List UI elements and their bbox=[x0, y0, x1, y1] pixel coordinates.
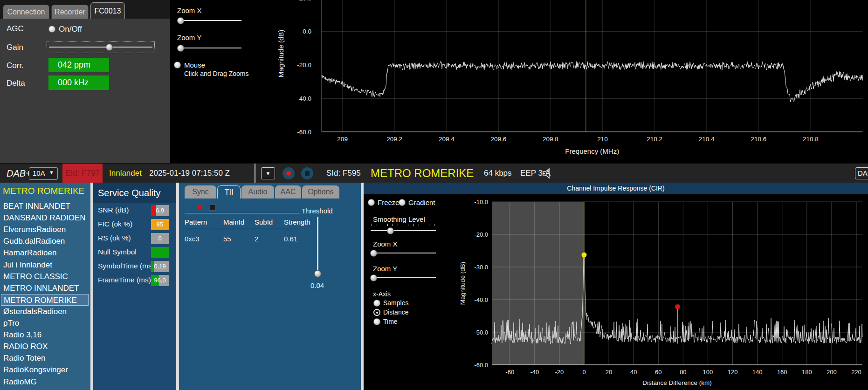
tii-stop-indicator-icon[interactable] bbox=[210, 205, 216, 211]
station-item[interactable]: METRO CLASSIC bbox=[1, 271, 89, 282]
cir-title: Channel Impulse Response (CIR) bbox=[364, 183, 868, 194]
station-item[interactable]: RADIO ROX bbox=[1, 341, 89, 352]
bitrate-label: 64 kbps bbox=[484, 164, 512, 183]
station-item[interactable]: ØsterdalsRadioen bbox=[1, 306, 89, 317]
agc-radio[interactable] bbox=[48, 26, 55, 33]
speaker-icon[interactable] bbox=[541, 167, 555, 180]
svg-text:0: 0 bbox=[582, 369, 586, 376]
smoothing-tick bbox=[419, 224, 419, 226]
smoothing-tick bbox=[413, 224, 414, 226]
freeze-label: Freeze bbox=[378, 198, 400, 206]
station-item[interactable]: RadioKongsvinger bbox=[1, 364, 89, 376]
spectrum-zoom-x-slider[interactable] bbox=[177, 20, 241, 21]
tii-tab-aac[interactable]: AAC bbox=[275, 185, 301, 198]
stop-button[interactable] bbox=[301, 167, 313, 179]
spectrum-zoom-y-thumb[interactable] bbox=[177, 45, 184, 52]
agc-label: AGC bbox=[7, 24, 24, 34]
spectrum-plot[interactable]: 20.00.0-20.0-40.0-60.0209209.2209.4209.6… bbox=[261, 0, 868, 162]
station-item[interactable]: HamarRadioen bbox=[1, 247, 89, 259]
gain-slider-thumb[interactable] bbox=[106, 44, 113, 51]
station-item[interactable]: Radio Toten bbox=[1, 352, 89, 364]
mouse-zoom-radio[interactable] bbox=[174, 62, 181, 68]
tii-col-header: Pattern bbox=[185, 218, 207, 226]
svg-text:40: 40 bbox=[630, 369, 637, 376]
station-item[interactable]: RadioMG bbox=[1, 376, 89, 388]
threshold-label: Threshold bbox=[302, 207, 333, 215]
cir-zoom-x-slider[interactable] bbox=[371, 253, 436, 253]
svg-text:180: 180 bbox=[802, 369, 812, 376]
svg-text:-20.0: -20.0 bbox=[474, 231, 488, 238]
spectrum-zoom-x-label: Zoom X bbox=[177, 7, 202, 14]
svg-text:20: 20 bbox=[606, 369, 612, 376]
freeze-radio[interactable] bbox=[368, 199, 375, 206]
cir-zoom-y-thumb[interactable] bbox=[370, 274, 377, 281]
threshold-slider-thumb[interactable] bbox=[314, 270, 321, 277]
cir-zoom-x-thumb[interactable] bbox=[370, 250, 377, 257]
spectrum-zoom-y-slider[interactable] bbox=[177, 48, 241, 48]
svg-text:-40.0: -40.0 bbox=[474, 296, 488, 303]
device-tab-fc0013[interactable]: FC0013 bbox=[90, 2, 125, 19]
tii-cell: 2 bbox=[255, 235, 258, 243]
quality-row-label: SNR (dB) bbox=[98, 206, 129, 214]
svg-text:Frequency (MHz): Frequency (MHz) bbox=[565, 147, 619, 155]
station-item[interactable]: BEAT INNLANDET bbox=[1, 200, 89, 212]
xaxis-radio-label: Samples bbox=[383, 299, 408, 307]
service-name-label: METRO ROMERIKE bbox=[371, 164, 474, 183]
svg-text:160: 160 bbox=[777, 369, 787, 376]
quality-row-label: FrameTime (ms) bbox=[98, 276, 151, 284]
record-options-dropdown[interactable]: ▼ bbox=[261, 167, 275, 179]
gradient-radio[interactable] bbox=[399, 199, 406, 206]
station-item[interactable]: METRO INNLANDET bbox=[1, 282, 89, 294]
quality-value-badge: 85 bbox=[151, 219, 169, 230]
tii-tab-tii[interactable]: TII bbox=[217, 185, 241, 198]
channel-select[interactable]: 10A ▼ bbox=[29, 167, 58, 180]
xaxis-radio-samples[interactable] bbox=[373, 300, 380, 307]
station-item[interactable]: pTro bbox=[1, 317, 89, 329]
corr-label: Corr. bbox=[7, 61, 24, 70]
tii-tab-sync[interactable]: Sync bbox=[185, 185, 216, 198]
svg-text:-30.0: -30.0 bbox=[474, 264, 488, 271]
tii-record-indicator-icon[interactable] bbox=[198, 205, 202, 209]
device-tab-connection[interactable]: Connection bbox=[3, 5, 49, 19]
cir-plot[interactable]: -10.0-20.0-30.0-40.0-50.0-60.0-60-40-200… bbox=[364, 183, 868, 390]
station-item[interactable]: Jul i Innlandet bbox=[1, 259, 89, 271]
gain-label: Gain bbox=[7, 43, 23, 52]
tii-tab-audio[interactable]: Audio bbox=[241, 185, 274, 198]
cir-xaxis-label: x-Axis bbox=[373, 290, 391, 298]
smoothing-slider[interactable] bbox=[371, 230, 436, 231]
station-item[interactable]: Radio 3,16 bbox=[1, 329, 89, 341]
eid-badge: EId: F797 bbox=[62, 164, 103, 183]
gain-slider[interactable] bbox=[47, 41, 155, 53]
spectrum-zoom-x-thumb[interactable] bbox=[177, 17, 184, 24]
smoothing-tick bbox=[434, 224, 434, 226]
tii-cell: 0.61 bbox=[284, 235, 297, 243]
quality-row-label: FIC (ok %) bbox=[98, 220, 132, 228]
threshold-slider-track[interactable] bbox=[317, 217, 318, 272]
corr-value: 042 ppm bbox=[48, 58, 109, 72]
tii-panel: SyncTIIAudioAACOptions PatternMainIdSubI… bbox=[179, 183, 361, 390]
tii-tab-options[interactable]: Options bbox=[302, 185, 339, 198]
svg-text:209.4: 209.4 bbox=[439, 136, 455, 143]
record-button[interactable] bbox=[282, 167, 295, 179]
smoothing-slider-thumb[interactable] bbox=[387, 227, 394, 234]
svg-text:-20.0: -20.0 bbox=[297, 62, 311, 68]
ensemble-label: Innlandet bbox=[109, 164, 142, 183]
smoothing-tick bbox=[387, 224, 388, 226]
quality-row: FrameTime (ms)96,0 bbox=[93, 275, 176, 286]
smoothing-tick bbox=[403, 224, 403, 226]
service-quality-panel: Service Quality SNR (dB)6,9FIC (ok %)85R… bbox=[93, 183, 176, 390]
xaxis-radio-distance[interactable] bbox=[373, 309, 380, 316]
xaxis-radio-time[interactable] bbox=[373, 318, 380, 325]
delta-value: 000 kHz bbox=[48, 75, 109, 90]
device-panel: ConnectionRecorderFC0013 AGC On/Off Gain… bbox=[0, 0, 170, 163]
channel-value: 10A bbox=[33, 169, 45, 177]
svg-text:210: 210 bbox=[597, 136, 608, 143]
device-tab-recorder[interactable]: Recorder bbox=[51, 5, 89, 19]
quality-row: SNR (dB)6,9 bbox=[93, 205, 176, 216]
station-item[interactable]: DANSBAND RADIOEN bbox=[1, 212, 89, 224]
cir-zoom-y-slider[interactable] bbox=[371, 277, 436, 278]
station-item[interactable]: Gudb.dalRadioen bbox=[1, 235, 89, 247]
station-item[interactable]: ElverumsRadioen bbox=[1, 224, 89, 235]
channel-chevron-down-icon: ▼ bbox=[49, 170, 54, 175]
station-item[interactable]: METRO ROMERIKE bbox=[1, 294, 89, 306]
